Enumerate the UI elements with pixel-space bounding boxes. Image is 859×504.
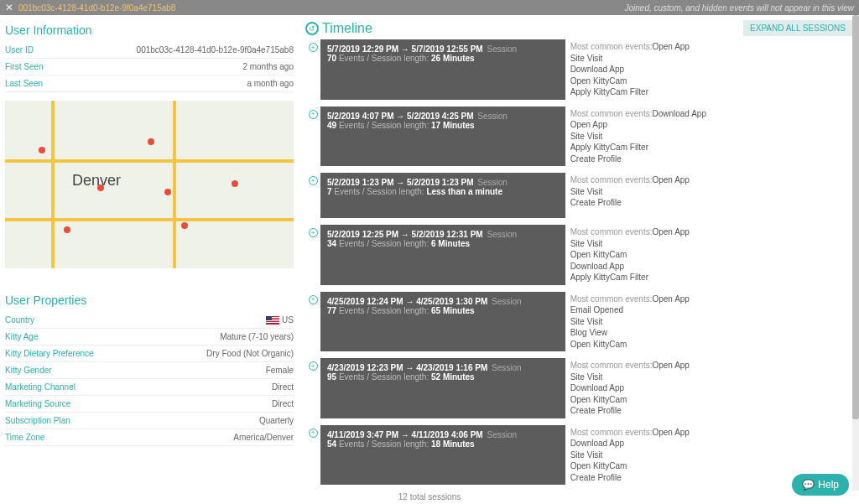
session-length: 18 Minutes [431,439,475,449]
session-summary[interactable]: 5/2/2019 12:25 PM → 5/2/2019 12:31 PM Se… [320,225,565,285]
scrollbar[interactable] [852,15,859,491]
map-marker-icon [232,180,238,187]
event-name: Open App [652,175,689,184]
session-length: 6 Minutes [431,239,470,248]
event-name: Download App [570,262,625,271]
info-value: 001bc03c-4128-41d0-b12e-9f0a4e715ab8 [137,45,294,55]
event-name: Download App [570,383,625,392]
session-label: Session [485,430,517,439]
session-length-word: / Session length: [362,187,427,196]
expand-session-button[interactable]: + [309,429,318,438]
session-summary[interactable]: 5/2/2019 4:07 PM → 5/2/2019 4:25 PM Sess… [320,107,565,167]
most-common-label: Most common events: [570,42,653,51]
session-length: 17 Minutes [431,121,475,130]
property-row: CountryUS [5,312,294,329]
expand-session-button[interactable]: + [309,361,318,371]
property-label: Country [5,315,34,325]
scrollbar-thumb[interactable] [852,15,859,419]
topbar-user-id: 001bc03c-4128-41d0-b12e-9f0a4e715ab8 [18,3,175,13]
session-label: Session [476,112,508,121]
session-summary[interactable]: 4/25/2019 12:24 PM → 4/25/2019 1:30 PM S… [320,292,565,352]
session-time-range: 4/23/2019 12:23 PM → 4/23/2019 1:16 PM [327,363,487,372]
info-row: User ID001bc03c-4128-41d0-b12e-9f0a4e715… [5,42,294,59]
info-value: a month ago [247,79,294,88]
user-props-heading: User Properties [5,294,294,307]
event-name: Create Profile [570,154,622,164]
map-marker-icon [148,138,154,145]
close-icon[interactable]: ✕ [5,2,13,13]
events-word: Events [332,187,362,196]
most-common-label: Most common events: [570,294,653,304]
help-label: Help [818,479,839,491]
total-sessions: 12 total sessions [0,491,859,503]
info-row: First Seen2 months ago [5,59,294,75]
session-label: Session [485,230,517,239]
property-label: Marketing Source [5,399,70,408]
event-name: Apply KittyCam Filter [570,273,648,282]
event-name: Site Visit [570,450,603,460]
session-summary[interactable]: 5/7/2019 12:29 PM → 5/7/2019 12:55 PM Se… [320,39,565,100]
map[interactable]: Denver [5,101,294,268]
event-name: Open App [652,227,689,236]
property-value: Direct [272,399,294,408]
event-name: Create Profile [570,406,622,415]
session-common-events: Most common events:Download AppOpen AppS… [565,107,852,167]
expand-session-button[interactable]: + [309,228,318,237]
property-row: Kitty GenderFemale [5,362,294,379]
session-summary[interactable]: 4/11/2019 3:47 PM → 4/11/2019 4:06 PM Se… [320,425,565,486]
session-row: +5/2/2019 4:07 PM → 5/2/2019 4:25 PM Ses… [305,107,852,167]
sessions-list: +5/7/2019 12:29 PM → 5/7/2019 12:55 PM S… [305,39,852,486]
session-label: Session [476,178,508,187]
events-word: Events [336,439,367,449]
property-row: Kitty Dietary PreferenceDry Food (Not Or… [5,346,294,362]
property-label: Kitty Gender [5,366,52,375]
most-common-label: Most common events: [570,175,653,184]
property-label: Subscription Plan [5,416,70,425]
property-row: Marketing SourceDirect [5,396,294,413]
event-name: Open App [652,294,689,304]
map-marker-icon [64,226,70,233]
session-event-count: 54 [327,439,336,449]
event-name: Site Visit [570,187,603,196]
session-time-range: 4/11/2019 3:47 PM → 4/11/2019 4:06 PM [327,430,483,439]
property-label: Kitty Age [5,332,38,341]
expand-session-button[interactable]: + [309,43,318,52]
property-value: US [266,315,294,325]
chat-icon: 💬 [802,479,815,491]
timeline-title: Timeline [322,21,372,36]
session-row: +4/23/2019 12:23 PM → 4/23/2019 1:16 PM … [305,358,852,418]
event-name: Apply KittyCam Filter [570,87,648,96]
property-label: Marketing Channel [5,382,75,392]
session-row: +5/2/2019 1:23 PM → 5/2/2019 1:23 PM Ses… [305,173,852,218]
info-label: User ID [5,45,34,55]
expand-all-button[interactable]: EXPAND ALL SESSIONS [743,20,852,36]
expand-session-button[interactable]: + [309,110,318,119]
session-event-count: 77 [327,306,336,315]
event-name: Create Profile [570,198,622,207]
event-name: Open KittyCam [570,395,627,404]
event-name: Create Profile [570,473,622,482]
expand-session-button[interactable]: + [309,295,318,304]
session-time-range: 4/25/2019 12:24 PM → 4/25/2019 1:30 PM [327,297,487,306]
session-event-count: 49 [327,121,336,130]
map-marker-icon [39,147,45,153]
help-button[interactable]: 💬 Help [792,474,849,496]
expand-session-button[interactable]: + [309,176,318,185]
event-name: Open App [652,42,689,51]
session-event-count: 34 [327,239,336,248]
event-name: Open KittyCam [570,250,627,259]
us-flag-icon [266,316,279,325]
session-event-count: 95 [327,372,336,382]
map-marker-icon [97,184,104,191]
property-row: Marketing ChannelDirect [5,379,294,396]
session-summary[interactable]: 4/23/2019 12:23 PM → 4/23/2019 1:16 PM S… [320,358,565,418]
session-length-word: / Session length: [367,239,431,248]
event-name: Site Visit [570,372,603,382]
session-summary[interactable]: 5/2/2019 1:23 PM → 5/2/2019 1:23 PM Sess… [320,173,565,218]
event-name: Open KittyCam [570,461,627,470]
property-row: Kitty AgeMature (7-10 years) [5,329,294,346]
session-time-range: 5/2/2019 1:23 PM → 5/2/2019 1:23 PM [327,178,474,187]
events-word: Events [336,121,367,130]
event-name: Email Opened [570,305,623,314]
session-common-events: Most common events:Open AppSite VisitCre… [565,173,852,218]
